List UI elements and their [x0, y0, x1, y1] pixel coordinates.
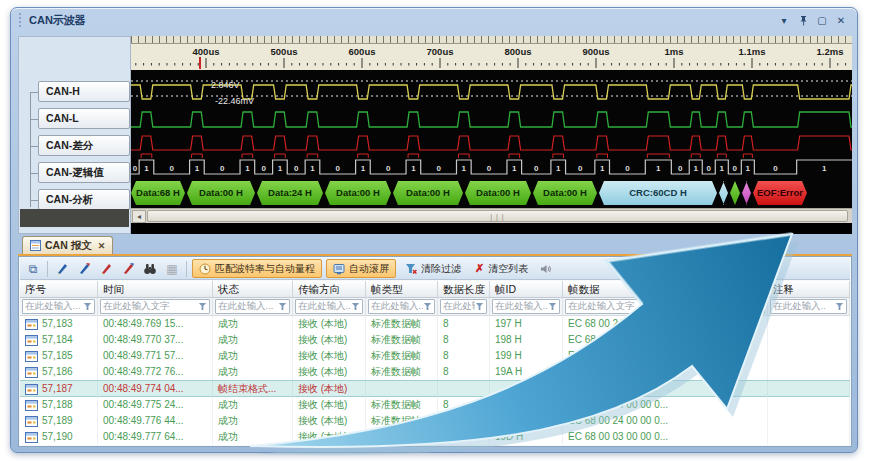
close-icon[interactable]: ✕ — [833, 13, 849, 28]
table-row[interactable]: 57,18400:48:49.770 37...成功接收 (本地)标准数据帧81… — [20, 332, 850, 348]
column-header-0[interactable]: 序号 — [20, 281, 98, 298]
filter-input[interactable]: 在此处输入... — [215, 299, 290, 314]
channel-button-can-[interactable]: CAN-差分 — [38, 135, 130, 156]
column-header-1[interactable]: 时间 — [98, 281, 213, 298]
overview-ruler[interactable] — [131, 36, 852, 44]
marker-pen-blue-icon-2[interactable] — [75, 260, 93, 278]
match-baudrate-button[interactable]: 匹配波特率与自动量程 — [192, 259, 322, 278]
column-settings-icon[interactable]: ▦ — [163, 260, 181, 278]
frame-segment-data[interactable]: Data:68 H — [131, 181, 185, 205]
channel-button-can-[interactable]: CAN-逻辑值 — [38, 162, 130, 183]
table-row[interactable]: 57,18900:48:49.776 44...成功接收 (本地)标准数据帧81… — [20, 413, 850, 429]
filter-cell-8: 在此处输入.. — [768, 298, 850, 316]
column-header-8[interactable]: 注释 — [768, 281, 850, 298]
cell-frame_type: 标准数据帧 — [366, 316, 438, 332]
frame-segment-data[interactable]: Data:00 H — [393, 181, 463, 205]
svg-text:700us: 700us — [427, 46, 454, 57]
sidebar-footer — [20, 209, 129, 227]
column-header-7[interactable]: 帧数据 — [563, 281, 768, 298]
copy-icon[interactable]: ⧉ — [24, 260, 42, 278]
frame-segment-data[interactable]: Data:00 H — [465, 181, 531, 205]
drag-grip-icon[interactable] — [19, 13, 23, 27]
column-header-3[interactable]: 传输方向 — [293, 281, 366, 298]
table-row[interactable]: 57,18800:48:49.775 24...成功接收 (本地)标准数据帧81… — [20, 397, 850, 413]
filter-funnel-icon[interactable] — [475, 302, 484, 311]
frame-segment-data[interactable]: Data:00 H — [187, 181, 255, 205]
cell-length: 8 — [438, 316, 490, 332]
marker-pen-blue-icon-1[interactable] — [53, 260, 71, 278]
tab-label: CAN 报文 — [45, 239, 92, 253]
table-row[interactable]: 57,19000:48:49.777 64...成功接收 (本地)标准数据帧81… — [20, 429, 850, 445]
filter-funnel-icon[interactable] — [351, 302, 360, 311]
clear-list-button[interactable]: ✗ 清空列表 — [470, 259, 533, 278]
column-header-5[interactable]: 数据长度 — [438, 281, 490, 298]
autoscroll-button[interactable]: 自动滚屏 — [326, 259, 396, 278]
scrollbar-thumb[interactable]: | | | — [147, 210, 848, 222]
menu-dropdown-icon[interactable]: ▾ — [776, 13, 792, 28]
filter-input[interactable]: 在此处输入文字 — [100, 299, 210, 314]
filter-input[interactable]: 在此处输入... — [295, 299, 363, 314]
frame-segment-data[interactable] — [730, 181, 740, 205]
channel-button-can-l[interactable]: CAN-L — [38, 108, 130, 129]
filter-funnel-icon[interactable] — [423, 302, 432, 311]
frame-segment-eof[interactable]: EOF:Error — [753, 181, 807, 205]
svg-text:1: 1 — [411, 164, 416, 173]
table-row[interactable]: 57,18300:48:49.769 15...成功接收 (本地)标准数据帧81… — [20, 316, 850, 332]
frame-segment-crc[interactable]: CRC:60CD H — [599, 181, 717, 205]
column-header-4[interactable]: 帧类型 — [366, 281, 438, 298]
svg-text:1: 1 — [144, 164, 149, 173]
clear-filter-button[interactable]: 清除过滤 — [400, 259, 466, 278]
marker-pen-red-icon-1[interactable] — [97, 260, 115, 278]
filter-input[interactable]: 在此处输入文字 — [565, 299, 765, 314]
filter-cell-1: 在此处输入文字 — [98, 298, 213, 316]
table-row[interactable]: 57,18600:48:49.772 76...成功接收 (本地)标准数据帧81… — [20, 364, 850, 380]
cell-time: 00:48:49.771 57... — [98, 348, 213, 364]
maximize-icon[interactable]: ▢ — [814, 13, 830, 28]
column-header-6[interactable]: 帧ID — [490, 281, 563, 298]
window-controls: ▾ ▢ ✕ — [776, 13, 849, 28]
search-binoculars-icon[interactable] — [141, 260, 159, 278]
filter-input[interactable]: 在此处输入... — [368, 299, 435, 314]
message-icon — [25, 432, 38, 443]
messages-panel: CAN 报文 ✕ ⧉ ▦ 匹配波特 — [18, 236, 852, 447]
filter-input[interactable]: 在此处输入.. — [770, 299, 847, 314]
pin-icon[interactable] — [795, 13, 811, 28]
channel-button-can-h[interactable]: CAN-H — [38, 81, 130, 102]
column-header-2[interactable]: 状态 — [213, 281, 293, 298]
waveform-canvas[interactable]: 2.846V-22.46mV01010101010101010101010101… — [131, 70, 852, 208]
cell-frame_data: EC 68 00 00 00 00 0... — [563, 364, 768, 380]
svg-text:0: 0 — [678, 164, 683, 173]
filter-input[interactable]: 在此处输入... — [22, 299, 95, 314]
horizontal-scrollbar[interactable]: ◂ | | | — [131, 208, 852, 223]
filter-funnel-icon[interactable] — [278, 302, 287, 311]
time-ruler[interactable]: 400us500us600us700us800us900us1ms1.1ms1.… — [131, 44, 852, 70]
svg-text:0: 0 — [707, 164, 712, 173]
table-body: 57,18300:48:49.769 15...成功接收 (本地)标准数据帧81… — [20, 316, 850, 445]
frame-segment-ack[interactable] — [742, 181, 751, 205]
tab-close-icon[interactable]: ✕ — [98, 241, 106, 251]
marker-pen-red-icon-2[interactable] — [119, 260, 137, 278]
sound-speaker-icon[interactable] — [537, 260, 555, 278]
filter-input[interactable]: 在此处输入... — [492, 299, 560, 314]
cell-time: 00:48:49.770 37... — [98, 332, 213, 348]
filter-input[interactable]: 在此处输入... — [440, 299, 487, 314]
svg-text:1: 1 — [278, 164, 283, 173]
frame-segment-data[interactable]: Data:24 H — [257, 181, 323, 205]
clear-list-label: 清空列表 — [488, 262, 528, 276]
cell-status: 帧结束格式... — [213, 381, 293, 397]
tab-can-messages[interactable]: CAN 报文 ✕ — [22, 236, 113, 254]
table-row[interactable]: 57,18700:48:49.774 04...帧结束格式...接收 (本地) — [20, 380, 850, 397]
filter-funnel-icon[interactable] — [835, 302, 844, 311]
filter-funnel-icon[interactable] — [753, 302, 762, 311]
frame-segment-data[interactable]: Data:00 H — [533, 181, 597, 205]
frame-segment-crc[interactable] — [719, 181, 728, 205]
table-row[interactable]: 57,18500:48:49.771 57...成功接收 (本地)标准数据帧81… — [20, 348, 850, 364]
filter-funnel-icon[interactable] — [548, 302, 557, 311]
filter-funnel-icon[interactable] — [83, 302, 92, 311]
frame-segment-data[interactable]: Data:00 H — [325, 181, 391, 205]
cell-frame_type: 标准数据帧 — [366, 332, 438, 348]
channel-button-can-[interactable]: CAN-分析 — [38, 189, 130, 210]
cell-length: 8 — [438, 429, 490, 445]
scroll-left-arrow-icon[interactable]: ◂ — [132, 210, 146, 223]
filter-funnel-icon[interactable] — [198, 302, 207, 311]
